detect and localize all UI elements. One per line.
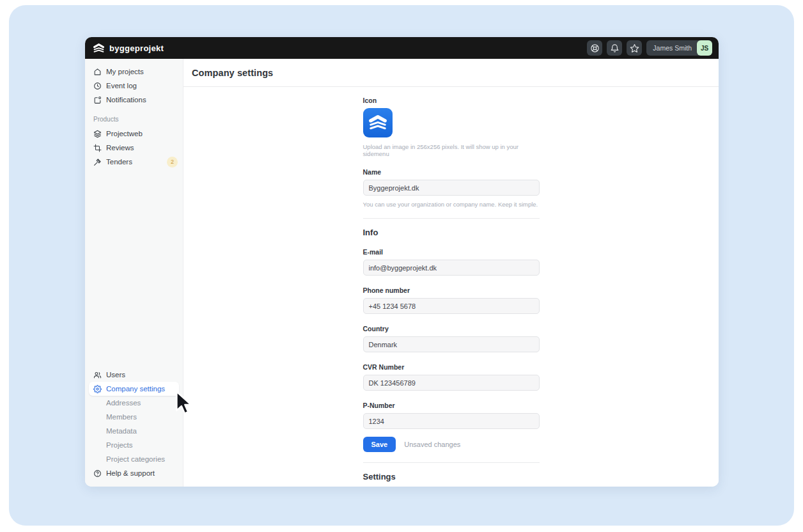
section-divider [363,218,540,219]
sidebar-item-reviews[interactable]: Reviews [85,141,183,155]
icon-label: Icon [363,97,540,104]
sidebar-item-metadata[interactable]: Metadata [85,424,183,438]
user-menu[interactable]: James Smith JS [646,40,712,56]
pnumber-field-group: P-Number [363,402,540,429]
sidebar-spacer [85,169,183,368]
help-button[interactable] [587,40,602,56]
country-field-group: Country [363,325,540,352]
cvr-label: CVR Number [363,363,540,371]
name-input[interactable] [363,180,540,196]
country-label: Country [363,325,540,332]
company-logo-icon [368,114,387,132]
topbar: byggeprojekt [85,37,719,59]
sidebar-item-projects[interactable]: Projects [85,438,183,452]
sidebar-item-event-log[interactable]: Event log [85,79,183,93]
history-clock-icon [93,82,102,90]
brand-name: byggeprojekt [109,43,164,53]
phone-label: Phone number [363,286,540,294]
sidebar-item-projectweb[interactable]: Projectweb [85,127,183,141]
avatar: JS [697,40,712,56]
crop-icon [93,144,102,152]
brand-logo-icon [93,43,105,54]
section-divider-2 [363,462,540,463]
topbar-actions: James Smith JS [587,40,712,56]
content-area: Icon Upload an image in 256x256 pixels. … [183,87,719,487]
cvr-field-group: CVR Number [363,363,540,391]
app-window: byggeprojekt [85,37,719,487]
sidebar-item-my-projects[interactable]: My projects [85,65,183,79]
name-helper-text: You can use your organization or company… [363,201,540,208]
phone-input[interactable] [363,298,540,314]
company-icon-upload[interactable] [363,108,393,137]
life-buoy-icon [590,43,600,53]
sidebar-item-addresses[interactable]: Addresses [85,396,183,410]
notification-dot-icon [93,96,102,104]
company-settings-form: Icon Upload an image in 256x256 pixels. … [363,87,540,487]
sidebar-item-members[interactable]: Members [85,410,183,424]
sidebar-item-users[interactable]: Users [85,368,183,382]
notifications-button[interactable] [607,40,622,56]
sidebar-item-help-support[interactable]: Help & support [85,466,183,480]
sidebar: My projects Event log Notifications Prod… [85,59,183,487]
save-row: Save Unsaved changes [363,437,540,452]
user-name: James Smith [653,44,692,52]
unsaved-changes-text: Unsaved changes [404,441,460,448]
sidebar-item-project-categories[interactable]: Project categories [85,452,183,466]
page-title: Company settings [192,68,273,78]
sidebar-item-tenders[interactable]: Tenders 2 [85,155,183,169]
email-label: E-mail [363,248,540,256]
phone-field-group: Phone number [363,286,540,314]
settings-heading: Settings [363,472,540,481]
favorites-button[interactable] [627,40,642,56]
email-field-group: E-mail [363,248,540,276]
star-icon [630,43,639,53]
page-frame: byggeprojekt [9,5,794,526]
gavel-icon [93,158,102,166]
sidebar-section-products: Products [85,107,183,127]
page-header: Company settings [183,59,719,87]
layers-icon [93,130,102,138]
icon-helper-text: Upload an image in 256x256 pixels. It wi… [363,143,540,157]
name-field-group: Name You can use your organization or co… [363,168,540,208]
gear-icon [93,385,102,393]
sidebar-item-notifications[interactable]: Notifications [85,93,183,107]
name-label: Name [363,168,540,176]
save-button[interactable]: Save [363,437,396,452]
pnumber-input[interactable] [363,413,540,429]
tenders-count-badge: 2 [167,157,178,168]
help-circle-icon [93,469,102,478]
main-panel: Company settings Icon Upload an image [183,59,719,487]
country-input[interactable] [363,336,540,352]
bell-icon [610,43,620,53]
pnumber-label: P-Number [363,402,540,409]
cvr-input[interactable] [363,375,540,391]
home-icon [93,68,102,76]
info-heading: Info [363,228,540,237]
users-icon [93,371,102,379]
brand[interactable]: byggeprojekt [93,43,164,54]
sidebar-item-company-settings[interactable]: Company settings [89,382,179,396]
email-input[interactable] [363,260,540,276]
